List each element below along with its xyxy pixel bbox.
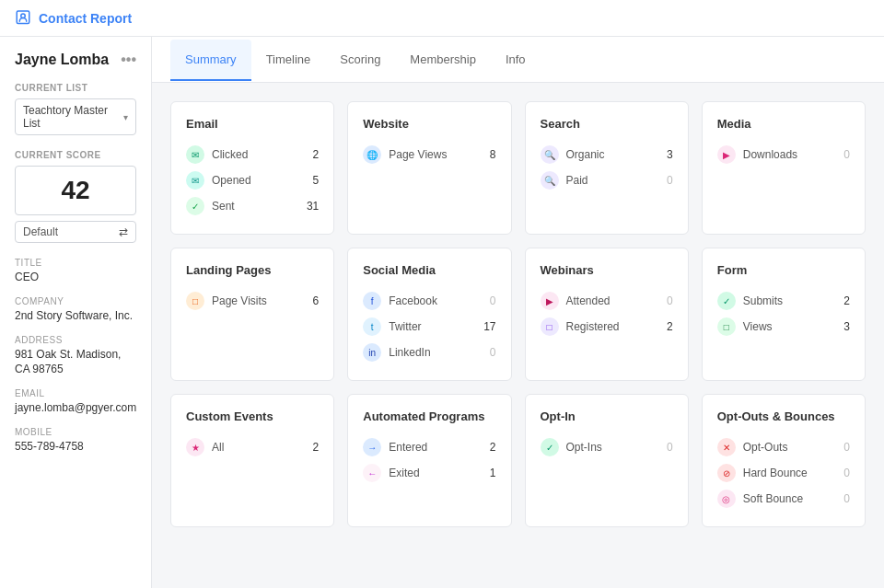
row-label: Page Views [389, 148, 473, 161]
row-value: 2 [835, 294, 850, 307]
row-value: 6 [304, 294, 319, 307]
card-website: Website🌐Page Views8 [347, 101, 511, 235]
row-icon: 🌐 [363, 145, 381, 164]
contact-info: Title CEO Company 2nd Story Software, In… [15, 258, 136, 455]
card-title: Email [186, 117, 319, 131]
score-type-row: Default ⇄ [15, 221, 136, 243]
row-value: 0 [835, 441, 850, 454]
row-value: 0 [658, 441, 673, 454]
email-value: jayne.lomba@pgyer.com [15, 400, 136, 416]
row-value: 31 [304, 200, 319, 213]
row-icon: → [363, 438, 381, 456]
card-row: ✓Sent31 [186, 193, 319, 219]
row-icon: ▶ [541, 292, 559, 310]
row-icon: □ [186, 292, 204, 310]
row-icon: t [363, 317, 381, 336]
card-row: □Page Visits6 [186, 288, 319, 314]
company-label: Company [15, 296, 136, 306]
tab-timeline[interactable]: Timeline [251, 40, 326, 81]
title-value: CEO [15, 270, 136, 285]
info-company: Company 2nd Story Software, Inc. [15, 296, 136, 324]
row-label: Registered [566, 320, 651, 333]
address-label: Address [15, 335, 136, 345]
card-title: Automated Programs [363, 409, 495, 423]
score-type: Default [23, 225, 58, 238]
card-opt-in: Opt-In✓Opt-Ins0 [525, 394, 689, 527]
row-label: Views [743, 320, 828, 333]
row-value: 2 [658, 320, 673, 333]
card-row: ✉Opened5 [186, 167, 319, 193]
row-label: Opened [212, 174, 297, 187]
card-automated-programs: Automated Programs→Entered2←Exited1 [347, 394, 511, 527]
card-title: Social Media [363, 263, 495, 277]
row-label: Submits [743, 294, 828, 307]
row-value: 0 [835, 467, 850, 479]
tab-bar: Summary Timeline Scoring Membership Info [152, 37, 884, 83]
row-icon: ▶ [717, 145, 736, 164]
row-icon: ← [363, 464, 381, 482]
row-icon: ✓ [717, 292, 736, 310]
card-title: Custom Events [186, 409, 319, 423]
tab-membership[interactable]: Membership [395, 40, 491, 81]
card-form: Form✓Submits2□Views3 [702, 248, 866, 381]
card-search: Search🔍Organic3🔍Paid0 [525, 101, 689, 235]
row-label: All [212, 441, 297, 454]
score-section: CURRENT SCORE 42 Default ⇄ [15, 150, 136, 243]
card-media: Media▶Downloads0 [702, 101, 866, 235]
row-icon: ◎ [717, 490, 736, 508]
card-social-media: Social MediafFacebook0tTwitter17inLinked… [347, 248, 511, 381]
card-opt-outs--bounces: Opt-Outs & Bounces✕Opt-Outs0⊘Hard Bounce… [702, 394, 866, 527]
row-value: 2 [304, 148, 319, 161]
tab-info[interactable]: Info [491, 40, 541, 81]
row-icon: ✉ [186, 171, 204, 190]
row-label: Facebook [389, 294, 473, 307]
card-row: ✉Clicked2 [186, 142, 319, 167]
more-options-button[interactable]: ••• [121, 52, 136, 68]
row-label: Downloads [743, 148, 828, 161]
title-label: Title [15, 258, 136, 268]
mobile-label: Mobile [15, 427, 136, 437]
row-value: 2 [482, 441, 496, 454]
row-label: Opt-Outs [743, 441, 828, 454]
card-row: ▶Downloads0 [717, 142, 850, 167]
list-dropdown[interactable]: Teachtory Master List ▾ [15, 98, 136, 135]
card-title: Webinars [541, 263, 673, 277]
tab-scoring[interactable]: Scoring [325, 40, 395, 81]
row-value: 0 [482, 346, 496, 359]
company-value: 2nd Story Software, Inc. [15, 308, 136, 324]
info-email: Email jayne.lomba@pgyer.com [15, 388, 136, 416]
row-icon: ✓ [541, 438, 559, 456]
row-label: Paid [566, 174, 651, 187]
card-row: ◎Soft Bounce0 [717, 486, 850, 512]
card-row: □Views3 [717, 314, 850, 340]
card-row: inLinkedIn0 [363, 340, 495, 365]
row-label: Attended [566, 294, 651, 307]
card-landing-pages: Landing Pages□Page Visits6 [170, 248, 334, 381]
card-title: Media [717, 117, 850, 131]
card-row: ✓Opt-Ins0 [541, 434, 673, 460]
mobile-value: 555-789-4758 [15, 439, 136, 455]
row-label: LinkedIn [389, 346, 473, 359]
row-value: 0 [482, 294, 496, 307]
row-value: 3 [658, 148, 673, 161]
summary-cards-grid: Email✉Clicked2✉Opened5✓Sent31Website🌐Pag… [152, 83, 884, 546]
card-row: 🌐Page Views8 [363, 142, 495, 167]
chevron-down-icon: ▾ [123, 112, 128, 122]
card-webinars: Webinars▶Attended0□Registered2 [525, 248, 689, 381]
tab-summary[interactable]: Summary [170, 40, 251, 81]
card-row: →Entered2 [363, 434, 495, 460]
address-value: 981 Oak St. Madison, CA 98765 [15, 347, 136, 378]
card-custom-events: Custom Events★All2 [170, 394, 334, 527]
card-row: ✕Opt-Outs0 [717, 434, 850, 460]
row-value: 0 [835, 492, 850, 505]
row-icon: 🔍 [541, 145, 559, 164]
row-icon: 🔍 [541, 171, 559, 190]
row-label: Organic [566, 148, 651, 161]
row-icon: in [363, 343, 381, 362]
row-icon: f [363, 292, 381, 310]
top-bar: Contact Report [0, 0, 884, 37]
swap-icon[interactable]: ⇄ [119, 225, 128, 238]
page-title: Contact Report [39, 11, 132, 26]
row-value: 5 [304, 174, 319, 187]
row-value: 8 [482, 148, 496, 161]
